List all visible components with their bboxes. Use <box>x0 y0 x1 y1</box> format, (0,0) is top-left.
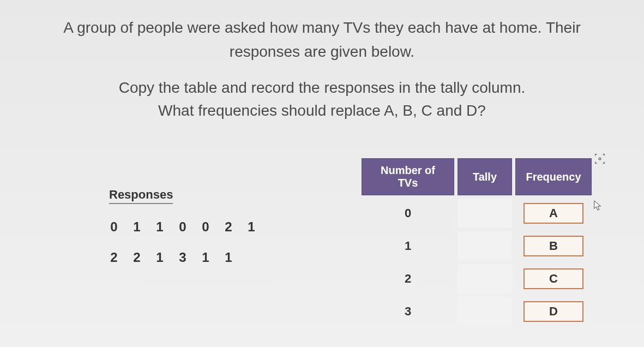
response-value: 0 <box>201 219 210 235</box>
question-intro: A group of people were asked how many TV… <box>22 16 622 63</box>
response-value: 1 <box>155 250 165 265</box>
cell-frequency: B <box>515 231 592 261</box>
table-row: 2 C <box>362 264 592 294</box>
response-value: 1 <box>132 219 142 235</box>
svg-point-0 <box>599 158 601 160</box>
answer-box-b[interactable]: B <box>523 236 583 256</box>
response-value: 0 <box>109 219 119 235</box>
table-row: 1 B <box>362 231 592 261</box>
response-value: 2 <box>132 250 142 265</box>
question-line2: responses are given below. <box>22 40 622 63</box>
table-row: 0 A <box>362 199 592 228</box>
frequency-table: Number of TVs Tally Frequency 0 A 1 B 2 … <box>358 155 595 330</box>
response-value: 1 <box>155 219 165 235</box>
cell-tally[interactable] <box>458 231 512 261</box>
response-value: 2 <box>224 219 233 235</box>
question-instruction: Copy the table and record the responses … <box>22 76 622 122</box>
instruction-line2: What frequencies should replace A, B, C … <box>22 99 622 122</box>
response-value: 1 <box>201 250 210 265</box>
response-value: 3 <box>178 250 188 265</box>
cell-number: 0 <box>362 199 454 228</box>
cell-number: 2 <box>362 264 454 294</box>
cell-tally[interactable] <box>458 199 512 228</box>
screenshot-icon[interactable] <box>594 153 606 167</box>
header-tally: Tally <box>458 158 512 195</box>
response-value: 1 <box>246 219 256 235</box>
response-value: 2 <box>109 250 119 265</box>
response-value: 1 <box>224 250 233 265</box>
table-row: 3 D <box>362 297 592 326</box>
cell-tally[interactable] <box>458 297 512 326</box>
answer-box-c[interactable]: C <box>523 268 583 289</box>
responses-block: Responses 0 1 1 0 0 2 1 2 2 1 3 1 1 <box>109 188 256 280</box>
cell-frequency: A <box>515 199 592 228</box>
response-value: 0 <box>178 219 188 235</box>
answer-box-a[interactable]: A <box>523 203 583 224</box>
header-number-tvs: Number of TVs <box>362 158 454 195</box>
cell-number: 3 <box>362 297 454 326</box>
cell-tally[interactable] <box>458 264 512 294</box>
responses-row-1: 0 1 1 0 0 2 1 <box>109 219 256 235</box>
instruction-line1: Copy the table and record the responses … <box>22 76 622 99</box>
question-line1: A group of people were asked how many TV… <box>22 16 622 39</box>
responses-title: Responses <box>109 188 173 204</box>
cell-number: 1 <box>362 231 454 261</box>
header-frequency: Frequency <box>515 158 592 195</box>
content-area: Responses 0 1 1 0 0 2 1 2 2 1 3 1 1 Numb… <box>22 155 622 330</box>
cell-frequency: C <box>515 264 592 294</box>
answer-box-d[interactable]: D <box>523 301 583 322</box>
cell-frequency: D <box>515 297 592 326</box>
responses-row-2: 2 2 1 3 1 1 <box>109 250 256 265</box>
